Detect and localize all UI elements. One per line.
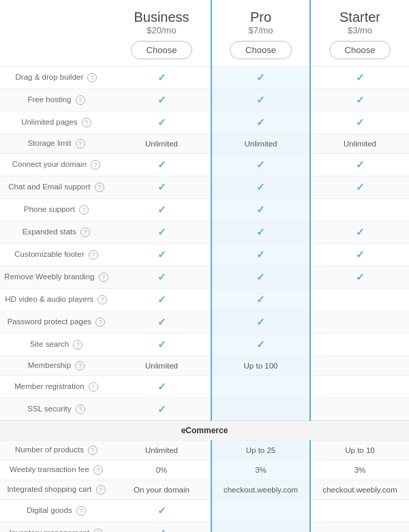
cell-value: 3%	[255, 466, 267, 474]
pricing-table-container: Business $20/mo Choose Pro $7/mo Choose …	[0, 0, 409, 532]
feature-row: Free hosting ? ✓ ✓ ✓	[0, 89, 409, 112]
check-icon: ✓	[356, 72, 365, 83]
starter-ecommerce-cell	[310, 522, 409, 533]
info-icon[interactable]: ?	[76, 95, 85, 105]
info-icon[interactable]: ?	[79, 205, 89, 215]
info-icon[interactable]: ?	[89, 250, 98, 260]
business-cell: ✓	[112, 266, 211, 289]
business-ecommerce-cell: On your domain	[112, 480, 211, 500]
check-icon: ✓	[157, 116, 166, 128]
info-icon[interactable]: ?	[99, 272, 108, 282]
check-icon: ✓	[256, 72, 265, 83]
feature-label: HD video & audio players ?	[0, 289, 112, 311]
pro-cell: ✓	[211, 266, 310, 289]
feature-label: Password protect pages ?	[0, 311, 112, 334]
cell-value: Unlimited	[245, 140, 277, 148]
feature-label: Remove Weebly branding ?	[0, 266, 112, 289]
check-icon: ✓	[256, 159, 265, 170]
feature-label: Storage limit ?	[0, 134, 112, 154]
info-icon[interactable]: ?	[93, 465, 103, 475]
starter-cell: ✓	[310, 154, 409, 176]
feature-row: HD video & audio players ? ✓ ✓	[0, 289, 409, 311]
info-icon[interactable]: ?	[80, 228, 90, 237]
cell-value: 0%	[156, 466, 168, 474]
info-icon[interactable]: ?	[96, 485, 106, 495]
info-icon[interactable]: ?	[76, 506, 86, 516]
info-icon[interactable]: ?	[82, 118, 91, 127]
feature-row: Remove Weebly branding ? ✓ ✓ ✓	[0, 266, 409, 289]
pro-cell	[211, 398, 310, 421]
starter-cell: ✓	[310, 89, 409, 112]
feature-label: Connect your domain ?	[0, 154, 112, 176]
starter-cell: ✓	[310, 266, 409, 289]
ecommerce-feature-row: Integrated shopping cart ? On your domai…	[0, 480, 409, 500]
pro-ecommerce-cell: Up to 25	[211, 441, 310, 460]
check-icon: ✓	[356, 159, 365, 170]
business-plan-name: Business	[118, 10, 205, 25]
cell-value: 3%	[354, 466, 366, 474]
pro-cell: ✓	[211, 334, 310, 356]
info-icon[interactable]: ?	[76, 405, 85, 414]
starter-cell: Unlimited	[310, 134, 409, 154]
starter-cell: ✓	[310, 244, 409, 266]
pro-cell: ✓	[211, 89, 310, 112]
feature-label: Free hosting ?	[0, 89, 112, 112]
business-cell: ✓	[112, 376, 211, 398]
info-icon[interactable]: ?	[97, 295, 107, 304]
info-icon[interactable]: ?	[88, 445, 97, 455]
check-icon: ✓	[157, 505, 166, 516]
feature-label: Customizable footer ?	[0, 244, 112, 266]
business-cell: ✓	[112, 289, 211, 311]
ecommerce-feature-label: Digital goods ?	[0, 500, 112, 522]
pro-cell: Unlimited	[211, 134, 310, 154]
info-icon[interactable]: ?	[89, 382, 98, 392]
cell-value: checkout.weebly.com	[224, 486, 298, 494]
pro-choose-button[interactable]: Choose	[230, 41, 292, 59]
starter-cell	[310, 356, 409, 376]
check-icon: ✓	[356, 271, 365, 283]
check-icon: ✓	[256, 94, 265, 106]
info-icon[interactable]: ?	[95, 183, 104, 192]
info-icon[interactable]: ?	[87, 73, 97, 82]
check-icon: ✓	[157, 226, 166, 238]
check-icon: ✓	[256, 116, 265, 128]
pro-cell	[211, 376, 310, 398]
business-choose-button[interactable]: Choose	[131, 41, 193, 59]
info-icon[interactable]: ?	[93, 529, 103, 532]
check-icon: ✓	[157, 181, 166, 193]
starter-choose-button[interactable]: Choose	[329, 41, 391, 59]
feature-label: Drag & drop builder ?	[0, 67, 112, 89]
info-icon[interactable]: ?	[95, 317, 105, 327]
business-plan-price: $20/mo	[118, 25, 205, 35]
info-icon[interactable]: ?	[75, 361, 85, 371]
check-icon: ✓	[256, 271, 265, 283]
check-icon: ✓	[256, 181, 265, 193]
pro-cell: ✓	[211, 221, 310, 244]
check-icon: ✓	[256, 204, 265, 215]
ecommerce-label: eCommerce	[0, 421, 409, 441]
cell-value: checkout.weebly.com	[322, 486, 397, 494]
starter-cell	[310, 289, 409, 311]
feature-row: Customizable footer ? ✓ ✓ ✓	[0, 244, 409, 266]
ecommerce-feature-row: Number of products ? Unlimited Up to 25 …	[0, 441, 409, 460]
check-icon: ✓	[157, 339, 166, 350]
plan-business-header: Business $20/mo Choose	[112, 0, 211, 67]
business-cell: ✓	[112, 221, 211, 244]
ecommerce-feature-label: Inventory management ?	[0, 522, 112, 533]
info-icon[interactable]: ?	[76, 139, 85, 148]
check-icon: ✓	[356, 226, 365, 238]
business-cell: ✓	[112, 176, 211, 199]
check-icon: ✓	[256, 226, 265, 238]
feature-label: Chat and Email support ?	[0, 176, 112, 199]
feature-row: Expanded stats ? ✓ ✓ ✓	[0, 221, 409, 244]
feature-label: Unlimited pages ?	[0, 112, 112, 134]
cell-value: Up to 100	[244, 362, 278, 370]
info-icon[interactable]: ?	[73, 340, 82, 349]
starter-ecommerce-cell: Up to 10	[310, 441, 409, 460]
features-body: Drag & drop builder ? ✓ ✓ ✓ Free hosting…	[0, 67, 409, 533]
feature-row: Connect your domain ? ✓ ✓ ✓	[0, 154, 409, 176]
starter-cell: ✓	[310, 176, 409, 199]
feature-row: SSL security ? ✓	[0, 398, 409, 421]
pro-plan-name: Pro	[217, 10, 304, 25]
info-icon[interactable]: ?	[91, 160, 100, 170]
